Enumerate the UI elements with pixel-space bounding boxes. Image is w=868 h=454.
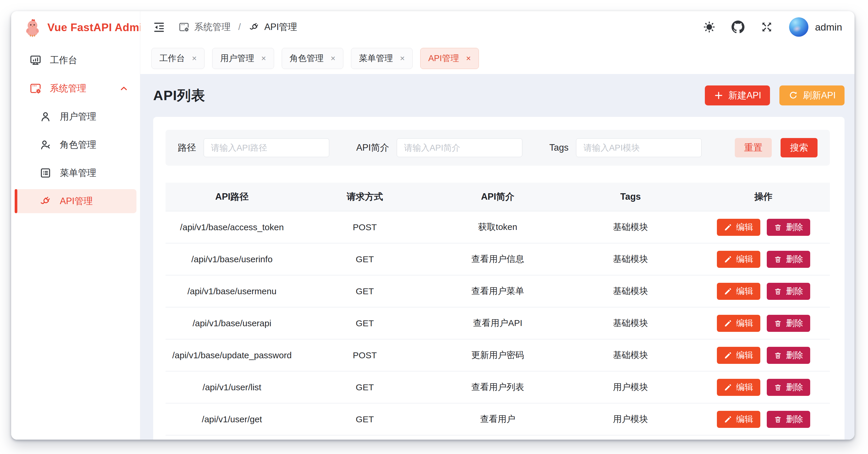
sidebar-item-roles[interactable]: 角色管理	[15, 133, 136, 157]
app-title: Vue FastAPI Admin	[47, 22, 149, 34]
edit-button[interactable]: 编辑	[717, 411, 760, 428]
cell-tags: 基础模块	[564, 253, 697, 265]
delete-button[interactable]: 删除	[767, 219, 810, 236]
close-icon[interactable]: ×	[192, 54, 196, 62]
create-api-button[interactable]: 新建API	[705, 85, 770, 106]
cell-actions: 编辑删除	[697, 347, 830, 364]
tab-菜单管理[interactable]: 菜单管理×	[351, 48, 412, 69]
filter-tags: Tags	[549, 138, 702, 157]
delete-button[interactable]: 删除	[767, 251, 810, 268]
cell-path: /api/v1/base/userapi	[165, 318, 299, 328]
breadcrumb-api[interactable]: API管理	[249, 21, 297, 33]
sidebar-item-system[interactable]: 系统管理	[15, 76, 136, 101]
cell-path: /api/v1/user/get	[165, 414, 299, 424]
table-row: /api/v1/base/usermenuGET查看用户菜单基础模块编辑删除	[165, 276, 830, 308]
trash-icon	[774, 415, 782, 423]
delete-button[interactable]: 删除	[767, 315, 810, 332]
pencil-icon	[724, 319, 732, 328]
cell-tags: 用户模块	[564, 413, 697, 425]
cell-actions: 编辑删除	[697, 219, 830, 236]
sidebar-item-api[interactable]: API管理	[15, 189, 136, 213]
delete-button[interactable]: 删除	[767, 283, 810, 300]
chevron-up-icon	[119, 83, 129, 93]
summary-input[interactable]	[397, 138, 522, 157]
tab-API管理[interactable]: API管理×	[420, 48, 478, 69]
pencil-icon	[724, 383, 732, 392]
trash-icon	[774, 319, 782, 328]
cell-actions: 编辑删除	[697, 379, 830, 396]
delete-button[interactable]: 删除	[767, 347, 810, 364]
fullscreen-icon[interactable]	[760, 21, 773, 33]
breadcrumb-separator: /	[238, 22, 241, 32]
trash-icon	[774, 351, 782, 360]
close-icon[interactable]: ×	[331, 54, 335, 62]
filter-actions: 重置 搜索	[735, 138, 817, 158]
edit-button[interactable]: 编辑	[717, 283, 760, 300]
table-row: /api/v1/base/update_passwordPOST更新用户密码基础…	[165, 339, 830, 371]
edit-button[interactable]: 编辑	[717, 251, 760, 268]
breadcrumb-system-label: 系统管理	[194, 21, 230, 33]
sidebar: Vue FastAPI Admin 工作台系统管理用户管理角色管理菜单管理API…	[11, 11, 140, 439]
topbar: 系统管理 / API管理	[140, 11, 855, 43]
tab-用户管理[interactable]: 用户管理×	[212, 48, 274, 69]
menu-list-icon	[39, 167, 52, 179]
edit-button[interactable]: 编辑	[717, 347, 760, 364]
close-icon[interactable]: ×	[466, 54, 471, 62]
tab-角色管理[interactable]: 角色管理×	[282, 48, 343, 69]
breadcrumb-system[interactable]: 系统管理	[178, 21, 230, 33]
tags-label: Tags	[549, 142, 568, 153]
cell-tags: 用户模块	[564, 381, 697, 393]
delete-label: 删除	[786, 349, 803, 361]
refresh-api-button[interactable]: 刷新API	[779, 85, 844, 106]
theme-sun-icon[interactable]	[703, 21, 716, 33]
delete-button[interactable]: 删除	[767, 379, 810, 396]
breadcrumb-api-label: API管理	[265, 21, 297, 33]
tab-label: 用户管理	[220, 53, 254, 64]
pencil-icon	[724, 415, 732, 423]
tab-工作台[interactable]: 工作台×	[151, 48, 205, 69]
column-header: 操作	[697, 191, 830, 203]
pencil-icon	[724, 223, 732, 231]
column-header: API路径	[165, 191, 299, 203]
close-icon[interactable]: ×	[400, 54, 405, 62]
delete-label: 删除	[786, 414, 803, 425]
sidebar-item-users[interactable]: 用户管理	[15, 105, 136, 129]
cell-summary: 查看用户	[431, 413, 564, 425]
sidebar-item-menus[interactable]: 菜单管理	[15, 161, 136, 185]
edit-button[interactable]: 编辑	[717, 219, 760, 236]
tags-input[interactable]	[576, 138, 702, 157]
username: admin	[815, 22, 842, 33]
cell-tags: 基础模块	[564, 285, 697, 297]
api-plug-icon	[39, 195, 52, 207]
app-window: Vue FastAPI Admin 工作台系统管理用户管理角色管理菜单管理API…	[11, 11, 855, 439]
user-icon	[39, 110, 52, 123]
collapse-sidebar-icon[interactable]	[153, 21, 165, 33]
github-icon[interactable]	[732, 21, 744, 33]
path-input[interactable]	[204, 138, 329, 157]
edit-label: 编辑	[736, 285, 753, 297]
search-button[interactable]: 搜索	[780, 138, 817, 158]
trash-icon	[774, 287, 782, 295]
edit-button[interactable]: 编辑	[717, 379, 760, 396]
reset-button[interactable]: 重置	[735, 138, 772, 158]
refresh-api-label: 刷新API	[803, 89, 836, 102]
title-actions: 新建API 刷新API	[705, 85, 844, 106]
user-menu[interactable]: admin	[789, 17, 842, 37]
table-header-row: API路径请求方式API简介Tags操作	[165, 183, 830, 211]
logo[interactable]: Vue FastAPI Admin	[11, 11, 140, 44]
edit-label: 编辑	[736, 317, 753, 329]
cell-method: GET	[299, 254, 431, 264]
cell-actions: 编辑删除	[697, 315, 830, 332]
cell-actions: 编辑删除	[697, 411, 830, 428]
chick-logo-icon	[24, 18, 41, 37]
edit-label: 编辑	[736, 221, 753, 233]
edit-button[interactable]: 编辑	[717, 315, 760, 332]
filter-panel: 路径 API简介 Tags 重置 搜索	[165, 130, 830, 166]
sidebar-item-workbench[interactable]: 工作台	[15, 48, 136, 72]
column-header: API简介	[431, 191, 564, 203]
avatar[interactable]	[789, 17, 808, 37]
delete-button[interactable]: 删除	[767, 411, 810, 428]
close-icon[interactable]: ×	[261, 54, 266, 62]
delete-label: 删除	[786, 253, 803, 265]
sidebar-item-label: 工作台	[50, 54, 77, 66]
